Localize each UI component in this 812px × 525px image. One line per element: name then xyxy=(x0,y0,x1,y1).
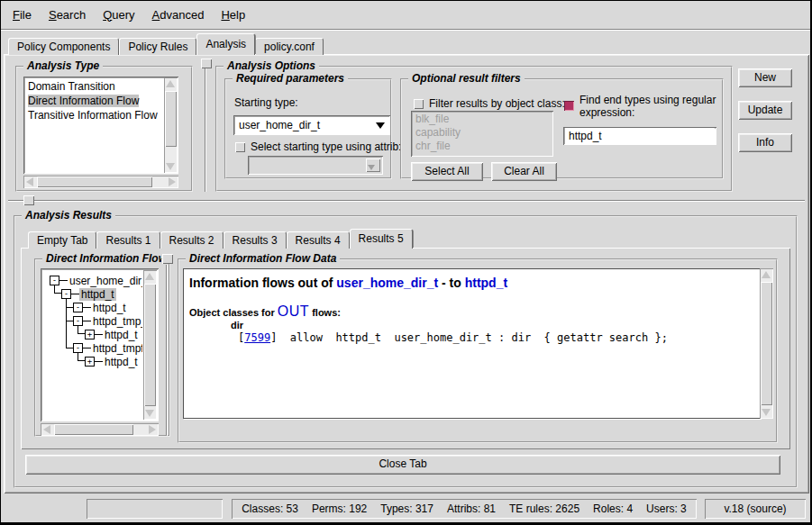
list-item[interactable]: Direct Information Flow xyxy=(25,94,163,108)
new-button[interactable]: New xyxy=(738,68,792,87)
analysis-type-title: Analysis Type xyxy=(23,59,103,72)
tree-node-label[interactable]: httpd_tmp_t xyxy=(91,315,142,328)
scroll-down-icon[interactable] xyxy=(762,409,771,416)
tab-analysis[interactable]: Analysis xyxy=(196,33,255,55)
regex-checkbox[interactable] xyxy=(564,101,574,111)
results-sash-handle[interactable] xyxy=(162,254,173,264)
horizontal-sash-handle[interactable] xyxy=(23,195,34,205)
flow-tree[interactable]: -user_home_dir_t -httpd_t -httpd_t -http… xyxy=(42,270,142,420)
regex-checkbox-label[interactable]: Find end types using regular expression: xyxy=(579,94,734,119)
horizontal-sash-line[interactable] xyxy=(8,200,805,202)
tab-results-4[interactable]: Results 4 xyxy=(287,231,350,249)
target-type: httpd_t xyxy=(465,276,507,290)
close-tab-button[interactable]: Close Tab xyxy=(25,455,780,475)
list-item[interactable]: Domain Transition xyxy=(25,79,163,94)
policy-version: v.18 (source) xyxy=(705,499,806,519)
expand-icon[interactable]: + xyxy=(85,330,95,339)
starting-type-label: Starting type: xyxy=(234,96,298,109)
scroll-down-icon[interactable] xyxy=(166,163,175,170)
regex-input-value: httpd_t xyxy=(565,128,715,144)
menu-advanced[interactable]: Advanced xyxy=(152,8,205,22)
tree-node-label[interactable]: httpd_t xyxy=(79,288,116,301)
tab-policy-components[interactable]: Policy Components xyxy=(8,38,119,55)
flow-data-textarea[interactable]: Information flows out of user_home_dir_t… xyxy=(183,268,761,419)
scroll-left-icon[interactable] xyxy=(43,425,50,434)
filter-by-class-checkbox[interactable] xyxy=(414,99,424,109)
scrollbar-thumb[interactable] xyxy=(761,282,772,405)
flow-data-vscrollbar[interactable] xyxy=(760,268,773,419)
analysis-type-vscrollbar[interactable] xyxy=(164,77,178,173)
tree-node[interactable]: -httpd_t xyxy=(73,301,128,314)
tab-results-5[interactable]: Results 5 xyxy=(350,229,413,249)
policy-version-box: v.18 (source) xyxy=(705,499,806,519)
filter-by-class-label[interactable]: Filter results by object class: xyxy=(429,97,565,110)
analysis-type-hscrollbar[interactable] xyxy=(23,176,178,188)
tab-empty[interactable]: Empty Tab xyxy=(28,231,96,249)
tab-policy-conf[interactable]: policy.conf xyxy=(255,38,324,55)
scrollbar-thumb[interactable] xyxy=(144,284,156,406)
rule-number-link[interactable]: 7599 xyxy=(244,331,270,344)
scroll-up-icon[interactable] xyxy=(145,273,154,280)
tree-node-label[interactable]: httpd_tmpfs_t xyxy=(91,342,142,355)
info-button[interactable]: Info xyxy=(738,133,792,152)
tree-node-label[interactable]: httpd_t xyxy=(103,329,140,341)
tree-node[interactable]: -httpd_tmpfs_t xyxy=(73,341,142,355)
attrib-checkbox[interactable] xyxy=(235,142,245,152)
required-parameters-group: Required parameters Starting type: user_… xyxy=(224,78,392,179)
menu-help[interactable]: Help xyxy=(221,8,245,22)
flow-tree-panel: -user_home_dir_t -httpd_t -httpd_t -http… xyxy=(41,268,159,421)
attrib-checkbox-label[interactable]: Select starting type using attrib: xyxy=(251,140,401,153)
tab-results-1[interactable]: Results 1 xyxy=(96,231,160,249)
scroll-up-icon[interactable] xyxy=(166,80,175,87)
flow-tree-hscrollbar[interactable] xyxy=(41,423,159,436)
scroll-left-icon[interactable] xyxy=(26,177,33,186)
flow-heading: Information flows out of user_home_dir_t… xyxy=(189,276,507,290)
tree-node-label[interactable]: httpd_t xyxy=(91,302,128,314)
tree-node[interactable]: -httpd_tmp_t xyxy=(73,314,142,328)
pane-sash-handle[interactable] xyxy=(201,59,212,68)
tree-node-label[interactable]: user_home_dir_t xyxy=(68,275,142,287)
scroll-right-icon[interactable] xyxy=(149,425,156,434)
collapse-icon[interactable]: - xyxy=(73,343,83,353)
select-all-button[interactable]: Select All xyxy=(411,162,483,181)
flow-tree-vscrollbar[interactable] xyxy=(143,270,157,420)
scroll-up-icon[interactable] xyxy=(762,271,771,278)
list-item[interactable]: Transitive Information Flow xyxy=(25,108,163,122)
regex-input[interactable]: httpd_t xyxy=(563,127,716,145)
analysis-results-group: Analysis Results Empty Tab Results 1 Res… xyxy=(14,215,798,488)
tab-results-3[interactable]: Results 3 xyxy=(224,231,287,249)
tab-results-2[interactable]: Results 2 xyxy=(160,231,224,249)
collapse-icon[interactable]: - xyxy=(50,276,59,285)
menu-query[interactable]: Query xyxy=(103,8,134,22)
tree-node[interactable]: -user_home_dir_t xyxy=(50,274,142,287)
scroll-down-icon[interactable] xyxy=(145,410,154,417)
update-button[interactable]: Update xyxy=(738,101,792,120)
collapse-icon[interactable]: - xyxy=(73,316,83,326)
scrollbar-thumb[interactable] xyxy=(54,424,133,435)
chevron-down-icon xyxy=(368,165,375,170)
tree-node[interactable]: +httpd_t xyxy=(85,328,140,341)
results-sash-line[interactable] xyxy=(166,265,168,436)
analysis-type-listbox[interactable]: Domain Transition Direct Information Flo… xyxy=(23,77,178,174)
expand-icon[interactable]: + xyxy=(85,357,95,367)
te-rule-line: [7599] allow httpd_t user_home_dir_t : d… xyxy=(238,331,668,344)
tree-connector xyxy=(66,298,67,348)
scrollbar-thumb[interactable] xyxy=(165,91,177,147)
tree-node[interactable]: +httpd_t xyxy=(85,355,140,368)
scrollbar-thumb[interactable] xyxy=(37,177,152,187)
tab-policy-rules[interactable]: Policy Rules xyxy=(119,38,196,55)
collapse-icon[interactable]: - xyxy=(61,289,71,299)
tree-node[interactable]: -httpd_t xyxy=(61,287,116,301)
chevron-down-icon[interactable] xyxy=(376,122,385,129)
optional-filters-title: Optional result filters xyxy=(408,72,525,85)
menu-file[interactable]: File xyxy=(13,8,32,22)
clear-all-button[interactable]: Clear All xyxy=(491,162,557,181)
flow-data-title: Direct Information Flow Data xyxy=(186,252,340,265)
menu-search[interactable]: Search xyxy=(49,8,86,22)
collapse-icon[interactable]: - xyxy=(73,303,83,312)
pane-sash-line[interactable] xyxy=(205,68,206,192)
tree-node-label[interactable]: httpd_t xyxy=(103,356,140,368)
main-tab-bar: Policy Components Policy Rules Analysis … xyxy=(8,33,324,55)
starting-type-combobox[interactable]: user_home_dir_t xyxy=(233,115,390,135)
scroll-right-icon[interactable] xyxy=(169,177,176,186)
